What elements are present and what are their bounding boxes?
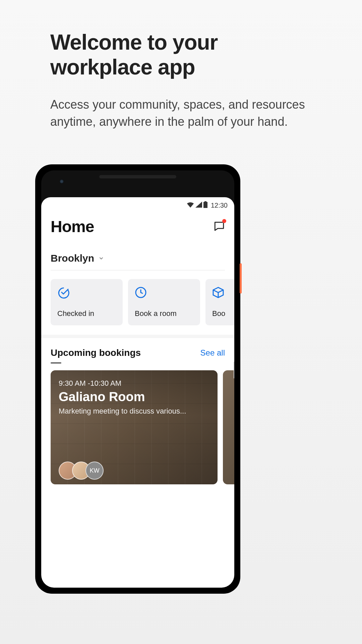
phone-frame: 12:30 Home Brooklyn xyxy=(35,164,240,594)
status-bar: 12:30 xyxy=(41,197,234,211)
action-card-label: Boo xyxy=(212,309,234,318)
page-title: Welcome to your workplace app xyxy=(50,30,312,79)
book-room-card[interactable]: Book a room xyxy=(128,279,200,325)
booking-time: 9:30 AM -10:30 AM xyxy=(59,379,209,388)
cube-icon xyxy=(212,286,234,300)
app-title: Home xyxy=(51,217,94,236)
booking-card-peek[interactable] xyxy=(223,370,234,484)
app-screen: 12:30 Home Brooklyn xyxy=(41,197,234,588)
book-card-peek[interactable]: Boo xyxy=(205,279,234,325)
chat-button[interactable] xyxy=(214,220,225,233)
booking-card[interactable]: 9:30 AM -10:30 AM Galiano Room Marketing… xyxy=(51,370,218,484)
checkmark-circle-icon xyxy=(57,286,116,300)
chevron-down-icon xyxy=(98,255,104,261)
location-selector[interactable]: Brooklyn xyxy=(51,253,225,270)
see-all-link[interactable]: See all xyxy=(200,348,225,358)
bookings-header: Upcoming bookings See all xyxy=(41,338,234,362)
svg-rect-1 xyxy=(203,202,207,208)
tab-indicator xyxy=(51,362,61,364)
phone-power-button xyxy=(240,263,242,293)
scroll-indicator xyxy=(234,362,234,378)
notification-badge xyxy=(222,219,226,223)
booking-room-name: Galiano Room xyxy=(59,390,209,404)
phone-camera xyxy=(59,179,64,184)
wifi-icon xyxy=(187,202,194,209)
page-subtitle: Access your community, spaces, and resou… xyxy=(50,96,312,130)
location-name: Brooklyn xyxy=(51,253,94,264)
marketing-header: Welcome to your workplace app Access you… xyxy=(0,0,362,130)
battery-icon xyxy=(203,201,207,209)
clock-icon xyxy=(135,286,193,300)
action-card-label: Book a room xyxy=(135,309,193,318)
app-header: Home xyxy=(41,211,234,236)
booking-cards-row: 9:30 AM -10:30 AM Galiano Room Marketing… xyxy=(41,370,234,484)
quick-actions-row: Checked in Book a room xyxy=(41,270,234,335)
checked-in-card[interactable]: Checked in xyxy=(51,279,123,325)
signal-icon xyxy=(195,202,202,209)
phone-speaker xyxy=(99,175,176,178)
phone-bezel: 12:30 Home Brooklyn xyxy=(41,170,234,588)
section-divider xyxy=(41,335,234,338)
svg-rect-0 xyxy=(204,201,206,202)
attendee-avatars: KW xyxy=(59,462,104,480)
booking-description: Marketing meeting to discuss various... xyxy=(59,407,209,416)
avatar-initials[interactable]: KW xyxy=(85,462,104,480)
status-time: 12:30 xyxy=(211,202,228,209)
action-card-label: Checked in xyxy=(57,309,116,318)
bookings-title: Upcoming bookings xyxy=(51,347,141,358)
